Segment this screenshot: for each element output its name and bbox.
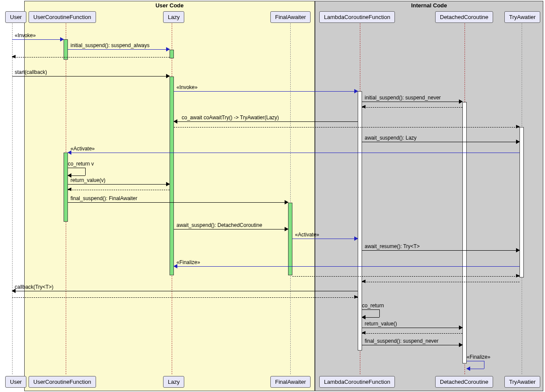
message: start(callback) (12, 70, 170, 77)
message-return (362, 327, 462, 334)
message-return (362, 101, 462, 108)
activation (64, 153, 68, 222)
message-return (12, 291, 358, 298)
partition-title: Internal Code (315, 2, 543, 9)
message-return (68, 184, 170, 191)
participant-lcf: LambdaCoroutineFunction (319, 11, 395, 23)
message: initial_suspend(): suspend_always (68, 43, 170, 50)
participant-fa: FinalAwaiter (270, 376, 311, 388)
participant-ta: TryAwatier (504, 11, 540, 23)
participant-user: User (5, 11, 26, 23)
message: callback(Try<T>) (12, 285, 358, 292)
activation (170, 76, 174, 275)
message: await_resume(): Try<T> (362, 244, 519, 251)
participant-lazy: Lazy (163, 11, 184, 23)
participant-ucf: UserCoroutineFunction (29, 11, 96, 23)
sequence-diagram: User Code Internal Code User UserCorouti… (0, 0, 545, 392)
participant-lcf: LambdaCoroutineFunction (319, 376, 395, 388)
message: «Invoke» (12, 33, 64, 40)
lifeline-fa (290, 23, 291, 374)
activation (519, 127, 524, 277)
message: final_suspend(): FinalAwaiter (68, 196, 288, 203)
message-return (362, 276, 519, 283)
message-return (12, 51, 170, 58)
participant-dc: DetachedCoroutine (435, 376, 493, 388)
activation (358, 91, 362, 351)
message: final_suspend(): suspend_never (362, 339, 462, 346)
message: «Invoke» (174, 85, 358, 92)
message: «Finalize» (174, 260, 519, 267)
participant-lazy: Lazy (163, 376, 184, 388)
participant-ta: TryAwatier (504, 376, 540, 388)
message-return (174, 121, 519, 128)
activation (170, 50, 174, 58)
participant-user: User (5, 376, 26, 388)
message: «Activate» (292, 233, 358, 239)
message: «Activate» (68, 147, 519, 153)
message: await_suspend(): Lazy (362, 136, 519, 143)
message: await_suspend(): DetachedCoroutine (174, 223, 288, 230)
participant-ucf: UserCoroutineFunction (29, 376, 96, 388)
participant-fa: FinalAwaiter (270, 11, 311, 23)
participant-dc: DetachedCoroutine (435, 11, 493, 23)
partition-title: User Code (25, 2, 314, 9)
